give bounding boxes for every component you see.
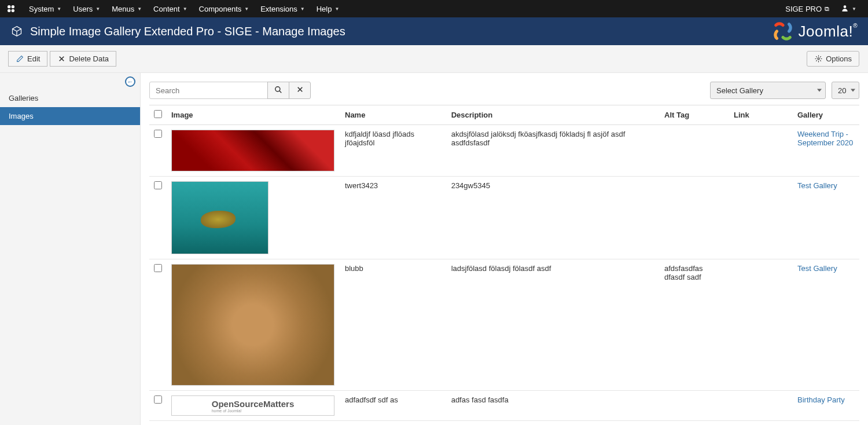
cell-link [729, 125, 793, 177]
svg-point-2 [8, 9, 10, 12]
arrow-left-icon: ← [127, 78, 134, 85]
col-gallery[interactable]: Gallery [793, 105, 859, 125]
sige-pro-link[interactable]: SIGE PRO⧉ [779, 0, 835, 17]
menu-menus[interactable]: Menus▼ [106, 0, 148, 17]
page-header: Simple Image Gallery Extended Pro - SIGE… [0, 17, 868, 45]
table-row: kdfjaldjf löasd jflöads jföajdsföl akdsj… [149, 125, 859, 177]
cell-description: adfas fasd fasdfa [447, 391, 660, 421]
menu-content[interactable]: Content▼ [148, 0, 193, 17]
sidebar-item-galleries[interactable]: Galleries [0, 89, 140, 107]
menu-help[interactable]: Help▼ [311, 0, 345, 17]
filter-bar: Select Gallery 20 [149, 82, 859, 99]
cell-name: blubb [340, 259, 447, 391]
select-all-checkbox[interactable] [154, 110, 162, 118]
col-image[interactable]: Image [167, 105, 340, 125]
topbar-menu: System▼ Users▼ Menus▼ Content▼ Component… [23, 0, 345, 17]
select-gallery-dropdown[interactable]: Select Gallery [710, 82, 826, 99]
user-menu[interactable]: ▼ [835, 0, 862, 17]
close-icon [296, 86, 304, 95]
caret-icon: ▼ [334, 6, 339, 12]
delete-data-button[interactable]: Delete Data [50, 51, 116, 67]
image-thumbnail[interactable] [171, 264, 334, 386]
menu-extensions[interactable]: Extensions▼ [255, 0, 311, 17]
pencil-icon [16, 55, 24, 63]
svg-point-5 [818, 58, 819, 60]
cell-link [729, 259, 793, 391]
external-link-icon: ⧉ [825, 5, 829, 13]
search-icon [274, 86, 282, 96]
cell-name: adfadfsdf sdf as [340, 391, 447, 421]
joomla-logo: Joomla!® [771, 19, 858, 43]
edit-button[interactable]: Edit [8, 51, 47, 67]
row-checkbox[interactable] [154, 395, 162, 404]
images-table: Image Name Description Alt Tag Link Gall… [149, 105, 859, 421]
caret-icon: ▼ [183, 6, 187, 12]
cell-name: twert3423 [340, 177, 447, 259]
svg-point-3 [12, 9, 14, 12]
page-title: Simple Image Gallery Extended Pro - SIGE… [30, 25, 771, 38]
row-checkbox[interactable] [154, 130, 162, 138]
cell-description: akdsjfölasd jalöksdj fköasjfkasdj föklad… [447, 125, 660, 177]
table-row: twert3423 234gw5345 Test Gallery [149, 177, 859, 259]
menu-users[interactable]: Users▼ [67, 0, 106, 17]
menu-components[interactable]: Components▼ [193, 0, 255, 17]
image-thumbnail[interactable] [171, 181, 269, 254]
image-thumbnail[interactable] [171, 130, 334, 171]
clear-search-button[interactable] [289, 82, 311, 99]
col-name[interactable]: Name [340, 105, 447, 125]
svg-point-0 [8, 5, 10, 8]
cell-alt [660, 125, 729, 177]
cell-link [729, 177, 793, 259]
image-thumbnail[interactable]: OpenSourceMattershome of Joomla! [171, 395, 334, 416]
caret-icon: ▼ [137, 6, 142, 12]
cell-description: 234gw5345 [447, 177, 660, 259]
sidebar-item-images[interactable]: Images [0, 107, 140, 125]
cell-link [729, 391, 793, 421]
table-row: blubb ladsjfölasd fölasdj fölasdf asdf a… [149, 259, 859, 391]
sidebar-collapse-button[interactable]: ← [125, 76, 135, 87]
svg-point-4 [844, 5, 847, 8]
svg-point-1 [12, 5, 14, 8]
select-limit-dropdown[interactable]: 20 [832, 82, 859, 99]
caret-icon: ▼ [57, 6, 61, 12]
col-link[interactable]: Link [729, 105, 793, 125]
search-button[interactable] [267, 82, 289, 99]
gallery-link[interactable]: Birthday Party [797, 395, 845, 404]
cell-alt [660, 177, 729, 259]
caret-icon: ▼ [244, 6, 249, 12]
menu-system[interactable]: System▼ [23, 0, 67, 17]
joomla-icon [6, 3, 16, 14]
caret-icon: ▼ [852, 6, 856, 12]
caret-icon: ▼ [300, 6, 305, 12]
options-button[interactable]: Options [807, 51, 859, 67]
gallery-link[interactable]: Test Gallery [797, 264, 837, 273]
sidebar: ← Galleries Images [0, 73, 141, 425]
close-icon [57, 55, 65, 63]
action-toolbar: Edit Delete Data Options [0, 45, 868, 73]
gear-icon [814, 55, 822, 63]
caret-icon: ▼ [95, 6, 100, 12]
user-icon [841, 4, 849, 14]
cell-alt [660, 391, 729, 421]
gallery-link[interactable]: Test Gallery [797, 181, 837, 190]
cell-description: ladsjfölasd fölasdj fölasdf asdf [447, 259, 660, 391]
svg-point-6 [275, 86, 280, 91]
table-row: OpenSourceMattershome of Joomla! adfadfs… [149, 391, 859, 421]
row-checkbox[interactable] [154, 181, 162, 189]
admin-topbar: System▼ Users▼ Menus▼ Content▼ Component… [0, 0, 868, 17]
cube-icon [10, 25, 23, 38]
cell-name: kdfjaldjf löasd jflöads jföajdsföl [340, 125, 447, 177]
gallery-link[interactable]: Weekend Trip - September 2020 [797, 130, 853, 147]
col-alt[interactable]: Alt Tag [660, 105, 729, 125]
col-description[interactable]: Description [447, 105, 660, 125]
cell-alt: afdsfasdfas dfasdf sadf [660, 259, 729, 391]
row-checkbox[interactable] [154, 264, 162, 272]
search-input[interactable] [149, 82, 268, 99]
main-content: Select Gallery 20 Image Name Description… [141, 73, 868, 425]
